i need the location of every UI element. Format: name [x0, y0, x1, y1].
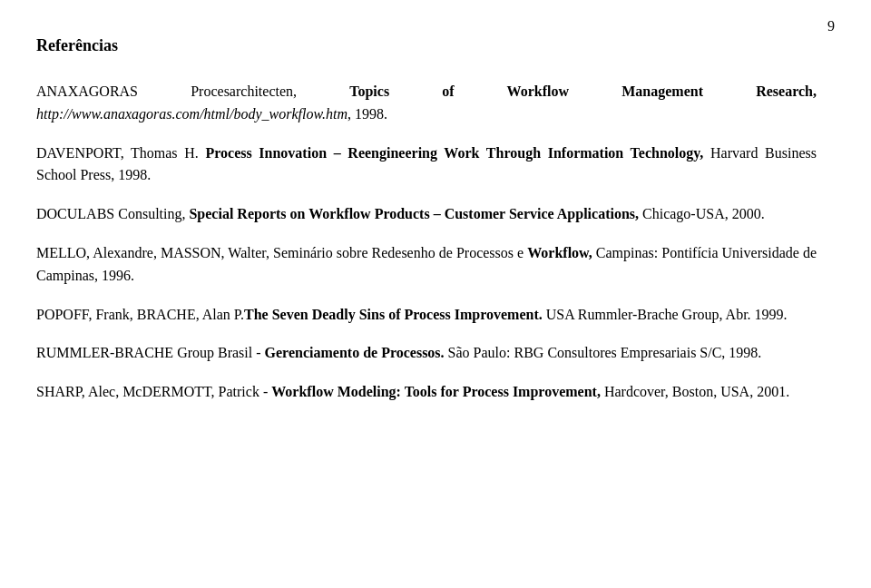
- list-item: ANAXAGORAS Procesarchitecten, Topics of …: [36, 81, 817, 126]
- references-list: ANAXAGORAS Procesarchitecten, Topics of …: [36, 81, 817, 404]
- list-item: MELLO, Alexandre, MASSON, Walter, Seminá…: [36, 242, 817, 288]
- list-item: DOCULABS Consulting, Special Reports on …: [36, 203, 817, 226]
- list-item: POPOFF, Frank, BRACHE, Alan P.The Seven …: [36, 304, 817, 327]
- list-item: RUMMLER-BRACHE Group Brasil - Gerenciame…: [36, 342, 817, 365]
- list-item: DAVENPORT, Thomas H. Process Innovation …: [36, 142, 817, 188]
- page-number: 9: [827, 18, 835, 34]
- section-title: Referências: [36, 36, 817, 55]
- list-item: SHARP, Alec, McDERMOTT, Patrick - Workfl…: [36, 381, 817, 404]
